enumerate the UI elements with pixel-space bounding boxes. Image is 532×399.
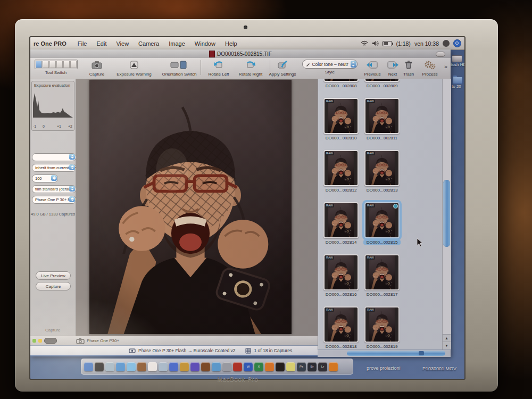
iso-dropdown[interactable]: 100 [32, 174, 58, 182]
dock-icon-ical[interactable] [148, 362, 157, 371]
film-curve-dropdown[interactable]: film standard (default) [32, 185, 76, 193]
style-dropdown-stepper[interactable] [351, 61, 356, 68]
grid-icon [245, 348, 251, 354]
dock-icon-stickies[interactable] [286, 362, 295, 371]
capture-button[interactable]: Capture [81, 60, 112, 77]
spotlight-icon[interactable] [453, 39, 461, 47]
hard-disk-icon[interactable] [452, 55, 462, 62]
toolbar-separator [201, 60, 201, 75]
dock-icon-bridge[interactable]: Br [307, 362, 317, 371]
tool-switch-buttons[interactable] [35, 60, 78, 69]
wifi-icon[interactable] [361, 40, 368, 46]
white-balance-dropdown[interactable] [32, 153, 76, 161]
inherit-dropdown[interactable]: Inherit from current image [32, 164, 76, 172]
hard-disk-label[interactable]: ntosh HD [448, 62, 466, 67]
menu-window[interactable]: Window [195, 40, 215, 47]
dock-icon-lightroom[interactable]: Lr [318, 362, 327, 371]
folder-label[interactable]: to 20 [452, 84, 461, 89]
thumbnail-002817[interactable]: RAW DO000...002817 [363, 254, 401, 297]
universal-access-icon[interactable] [443, 40, 450, 47]
dock-icon-word[interactable]: W [244, 362, 253, 371]
dock-icon-mail[interactable] [105, 362, 114, 371]
toolbar-toggle-button[interactable] [436, 52, 445, 57]
isight-camera-icon [244, 26, 247, 29]
dock-icon-photoshop[interactable]: Ps [297, 362, 306, 371]
thumbnail-002810[interactable]: RAW DO000...002810 [322, 98, 360, 140]
horizontal-scrollbar-knob[interactable] [419, 351, 424, 355]
camera-profile-dropdown[interactable]: Phase One P 30+ Flash [32, 196, 76, 204]
desktop-file-label[interactable]: prove proiezioni [367, 365, 401, 371]
dock-icon-iphoto[interactable] [180, 362, 189, 371]
menu-image[interactable]: Image [169, 40, 185, 47]
menu-file[interactable]: File [78, 40, 87, 47]
dock-icon-firefox[interactable] [265, 362, 274, 371]
next-button[interactable]: Next [384, 60, 402, 77]
scroll-down-arrow[interactable]: ▼ [443, 342, 451, 350]
previous-button[interactable]: Previous [360, 60, 385, 77]
dock-icon-acrobat[interactable] [233, 362, 242, 371]
thumbnail-002808[interactable]: DO000...002808 [322, 79, 360, 88]
thumbnail-002813[interactable]: RAW DO000...002813 [363, 150, 401, 193]
scrollbar-thumb[interactable] [443, 180, 450, 247]
thumbnail-002814[interactable]: RAW DO000...002814 [322, 202, 360, 245]
thumbnail-002816[interactable]: RAW DO000...002816 [322, 254, 360, 297]
dock-icon-itunes[interactable] [169, 362, 178, 371]
dock-icon-safari[interactable] [116, 362, 125, 371]
dock-icon-dashboard[interactable] [95, 362, 104, 371]
horizontal-scrollbar[interactable] [318, 350, 451, 357]
pencil-icon [306, 62, 310, 66]
capture-panel-button[interactable]: Capture [36, 282, 71, 290]
folder-icon[interactable] [452, 77, 463, 84]
thumbnail-002809[interactable]: DO000...002809 [363, 79, 401, 88]
exposure-warning-button[interactable]: Exposure Warning [112, 60, 156, 77]
dock: WXPsBrLr [81, 359, 353, 375]
dock-icon-system-preferences[interactable] [222, 362, 231, 371]
histogram [33, 89, 73, 119]
process-button[interactable]: Process [418, 60, 442, 77]
thumbnail-002818[interactable]: RAW DO000...002818 [322, 306, 360, 349]
orientation-switch-button[interactable]: Orientation Switch [156, 60, 203, 77]
dock-icon-address-book[interactable] [137, 362, 146, 371]
thumbnail-002812[interactable]: RAW DO000...002812 [322, 150, 360, 193]
capture-tab[interactable]: Capture [45, 328, 60, 332]
thumbnails-scrollbar[interactable]: ▲ ▼ [442, 79, 451, 350]
volume-icon[interactable] [372, 40, 379, 46]
dock-icon-finder[interactable] [84, 362, 93, 371]
menu-view[interactable]: View [116, 40, 129, 47]
menu-camera[interactable]: Camera [138, 40, 159, 47]
menu-edit[interactable]: Edit [96, 40, 106, 47]
battery-icon[interactable] [383, 41, 392, 46]
dock-icon-preview[interactable] [159, 362, 168, 371]
dock-icon-excel[interactable]: X [254, 362, 263, 371]
dock-icon-ichat[interactable] [127, 362, 136, 371]
thumbnail-002819[interactable]: RAW DO000...002819 [363, 306, 401, 349]
desktop-movie-label[interactable]: P1030001.MOV [422, 366, 456, 371]
apply-settings-button[interactable]: Apply Settings [265, 60, 300, 77]
menubar-clock[interactable]: ven 10:38 [414, 40, 439, 47]
rotate-right-button[interactable]: Rotate Right [234, 60, 268, 77]
scroll-up-arrow[interactable]: ▲ [443, 334, 451, 342]
menu-app-name[interactable]: re One PRO [34, 40, 66, 47]
dock-icon-imovie[interactable] [190, 362, 200, 371]
laptop-brand-text: MacBook Pro [15, 376, 461, 382]
style-dropdown[interactable]: Color tone – neutr [302, 60, 357, 69]
capture-count: 1 of 18 in Captures [254, 348, 292, 353]
rotate-left-button[interactable]: Rotate Left [204, 60, 234, 77]
live-preview-button[interactable]: Live Preview [36, 271, 71, 280]
trash-button[interactable]: Trash [400, 60, 418, 77]
capture-oval-button[interactable] [44, 338, 57, 344]
menu-help[interactable]: Help [225, 40, 237, 47]
dock-icon-garageband[interactable] [201, 362, 210, 371]
image-viewer [76, 79, 318, 336]
window-titlebar[interactable]: DO000165-002815.TIF [30, 49, 451, 59]
dock-icon-terminal[interactable] [276, 362, 285, 371]
dock-icon-capture-one[interactable] [329, 362, 338, 371]
thumbnail-002811[interactable]: RAW DO000...002811 [363, 98, 401, 140]
document-icon [209, 51, 215, 57]
toolbar-overflow-button[interactable]: » [442, 63, 450, 70]
style-dropdown-value: Color tone – neutr [312, 62, 348, 67]
dock-icon-quicktime[interactable] [212, 362, 221, 371]
horizontal-scrollbar-thumb[interactable] [347, 351, 445, 356]
tool-switch-group[interactable]: Tool Switch [30, 60, 81, 75]
thumbnail-002815-selected[interactable]: RAW DO000...002815 [363, 202, 401, 245]
